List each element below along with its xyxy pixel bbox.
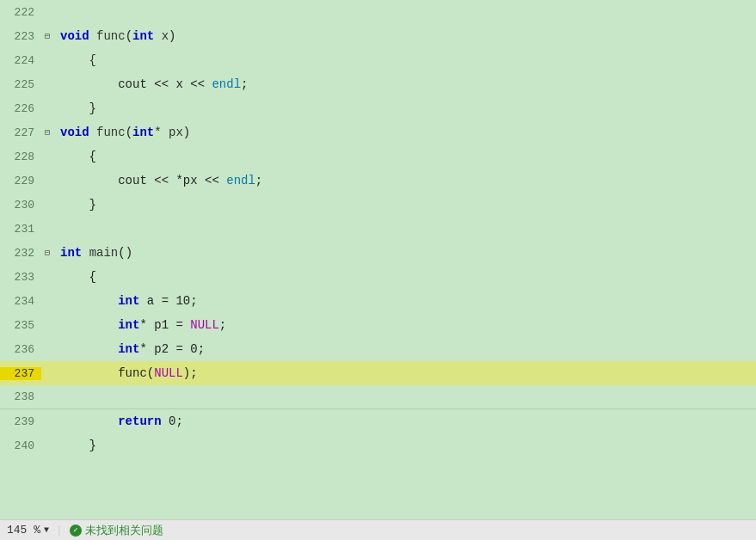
line-content-230: } <box>53 198 756 212</box>
line-num-227: 227 <box>0 126 41 139</box>
line-num-223: 223 <box>0 30 41 43</box>
line-content-225: cout << x << endl; <box>53 77 756 91</box>
line-num-229: 229 <box>0 175 41 187</box>
line-num-231: 231 <box>0 223 41 236</box>
line-240: 240 } <box>0 433 756 457</box>
line-content-235: int* p1 = NULL; <box>53 318 756 332</box>
line-224: 224 { <box>0 48 756 72</box>
line-222: 222 <box>0 0 756 24</box>
status-divider: | <box>56 524 63 537</box>
keyword-int-227: int <box>132 126 154 139</box>
line-227: 227 ⊟ void func(int* px) <box>0 120 756 144</box>
line-content-233: { <box>53 270 756 284</box>
line-228: 228 { <box>0 144 756 169</box>
keyword-void-223: void <box>60 29 89 43</box>
line-num-238: 238 <box>0 390 41 403</box>
line-238: 238 <box>0 385 756 409</box>
keyword-int-223: int <box>132 29 154 43</box>
line-content-223: void func(int x) <box>53 29 756 43</box>
gutter-232[interactable]: ⊟ <box>41 248 53 258</box>
line-231: 231 <box>0 217 756 241</box>
line-num-228: 228 <box>0 150 41 163</box>
collapse-227[interactable]: ⊟ <box>45 127 50 138</box>
line-num-234: 234 <box>0 295 41 308</box>
line-num-239: 239 <box>0 415 41 428</box>
keyword-void-227: void <box>60 126 89 139</box>
line-content-226: } <box>53 101 756 115</box>
collapse-232[interactable]: ⊟ <box>45 248 50 258</box>
zoom-value: 145 % <box>7 524 40 537</box>
check-icon: ✓ <box>70 525 82 537</box>
line-content-229: cout << *px << endl; <box>53 174 756 187</box>
line-236: 236 int* p2 = 0; <box>0 337 756 361</box>
gutter-227[interactable]: ⊟ <box>41 127 53 138</box>
line-num-236: 236 <box>0 343 41 356</box>
line-239: 239 return 0; <box>0 409 756 433</box>
line-content-228: { <box>53 150 756 163</box>
status-bar: 145 % ▼ | ✓ 未找到相关问题 <box>0 519 756 540</box>
line-232: 232 ⊟ int main() <box>0 241 756 265</box>
gutter-223[interactable]: ⊟ <box>41 31 53 41</box>
line-content-236: int* p2 = 0; <box>53 342 756 356</box>
line-num-235: 235 <box>0 319 41 332</box>
line-num-222: 222 <box>0 6 41 19</box>
zoom-dropdown-arrow[interactable]: ▼ <box>44 525 49 535</box>
line-233: 233 { <box>0 265 756 289</box>
line-num-237: 237 <box>0 367 41 380</box>
code-editor: 222 223 ⊟ void func(int x) 224 { <box>0 0 756 519</box>
zoom-control[interactable]: 145 % ▼ <box>7 524 49 537</box>
line-num-230: 230 <box>0 199 41 212</box>
line-content-227: void func(int* px) <box>53 126 756 139</box>
line-num-240: 240 <box>0 439 41 452</box>
line-226: 226 } <box>0 96 756 120</box>
line-content-224: { <box>53 53 756 67</box>
funcname-223: func <box>96 29 126 43</box>
keyword-int-232: int <box>60 246 82 260</box>
line-num-224: 224 <box>0 54 41 67</box>
line-237: 237 func(NULL); <box>0 361 756 385</box>
status-text: 未找到相关问题 <box>85 523 163 538</box>
line-content-237: func(NULL); <box>53 366 756 380</box>
status-message: ✓ 未找到相关问题 <box>70 523 163 538</box>
line-num-232: 232 <box>0 247 41 260</box>
line-content-239: return 0; <box>53 414 756 428</box>
line-num-233: 233 <box>0 271 41 284</box>
code-lines: 222 223 ⊟ void func(int x) 224 { <box>0 0 756 519</box>
line-num-226: 226 <box>0 102 41 115</box>
line-223: 223 ⊟ void func(int x) <box>0 24 756 48</box>
line-229: 229 cout << *px << endl; <box>0 169 756 193</box>
line-content-232: int main() <box>53 246 756 260</box>
line-content-240: } <box>53 439 756 452</box>
line-content-234: int a = 10; <box>53 294 756 308</box>
line-225: 225 cout << x << endl; <box>0 72 756 96</box>
line-234: 234 int a = 10; <box>0 289 756 313</box>
collapse-223[interactable]: ⊟ <box>45 31 50 41</box>
line-num-225: 225 <box>0 78 41 91</box>
line-230: 230 } <box>0 193 756 217</box>
line-235: 235 int* p1 = NULL; <box>0 313 756 337</box>
